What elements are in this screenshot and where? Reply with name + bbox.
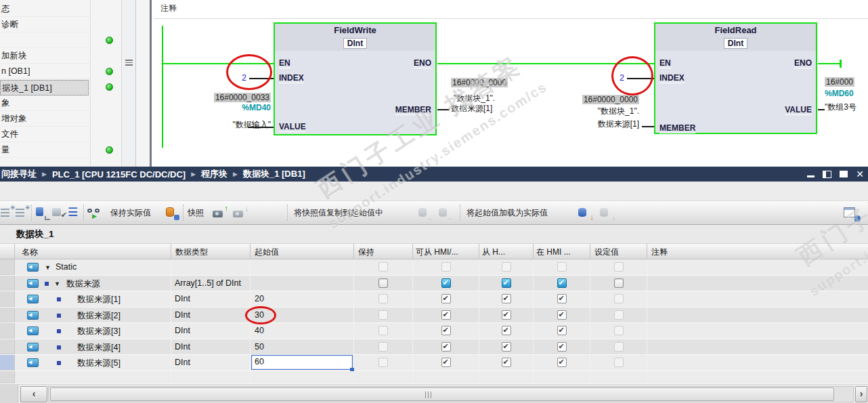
datatype-cell[interactable]: DInt bbox=[171, 339, 251, 355]
retain-checkbox[interactable] bbox=[378, 262, 388, 272]
retain-checkbox[interactable] bbox=[378, 326, 388, 335]
fieldwrite-member-element[interactable]: 数据来源[1] bbox=[451, 104, 492, 113]
expand-elements-icon[interactable]: ☰ bbox=[68, 205, 83, 221]
close-icon[interactable]: ✕ bbox=[856, 167, 864, 181]
fieldread-member-db[interactable]: "数据块_1". bbox=[551, 106, 639, 116]
fieldwrite-value-address[interactable]: 16#0000_0033 bbox=[183, 93, 271, 102]
row-gutter[interactable] bbox=[0, 307, 15, 323]
tree-splitter[interactable] bbox=[121, 0, 136, 167]
header-hmi-accessible[interactable]: 可从 HMI/... bbox=[413, 244, 479, 259]
monitor-all-icon[interactable]: ▶ bbox=[87, 205, 103, 221]
snapshot-label[interactable]: 快照 bbox=[188, 207, 204, 219]
copy-snapshot-icon[interactable]: ← bbox=[418, 205, 433, 221]
pin-index[interactable]: INDEX bbox=[279, 74, 304, 83]
comment-cell[interactable] bbox=[647, 291, 868, 307]
hmi-accessible-checkbox[interactable] bbox=[441, 358, 451, 367]
pin-en[interactable]: EN bbox=[659, 59, 671, 68]
row-gutter[interactable] bbox=[0, 259, 15, 275]
copy-snapshot-alt-icon[interactable]: ← bbox=[438, 205, 454, 221]
snapshot-upload-icon[interactable]: ↑ bbox=[213, 205, 228, 221]
hmi-writable-checkbox[interactable] bbox=[502, 294, 511, 303]
tree-item-add-block[interactable]: 加新块 bbox=[0, 48, 90, 64]
fieldwrite-value-symbol[interactable]: %MD40 bbox=[183, 103, 271, 112]
pin-eno[interactable]: ENO bbox=[414, 59, 431, 68]
keep-actual-values-label[interactable]: 保持实际值 bbox=[110, 207, 151, 219]
name-cell[interactable]: ▼ 数据来源 bbox=[15, 276, 171, 291]
start-value-editor[interactable]: 60 bbox=[251, 355, 353, 370]
maximize-icon[interactable] bbox=[840, 171, 848, 177]
datatype-cell[interactable]: DInt bbox=[171, 323, 251, 339]
table-row-selected[interactable]: 数据来源[5] DInt 60 bbox=[0, 355, 868, 371]
fieldread-value-symbol[interactable]: %MD60 bbox=[825, 89, 854, 98]
setpoint-checkbox[interactable] bbox=[614, 326, 624, 335]
retain-checkbox[interactable] bbox=[378, 358, 388, 367]
breadcrumb-datablock[interactable]: 数据块_1 [DB1] bbox=[243, 168, 305, 180]
tree-item-diagnostics[interactable]: 诊断 bbox=[0, 17, 90, 33]
hmi-writable-checkbox[interactable] bbox=[502, 278, 511, 288]
tree-item-add-object[interactable]: 增对象 bbox=[0, 111, 90, 127]
name-cell[interactable]: 数据来源[1] bbox=[15, 291, 171, 307]
row-gutter[interactable] bbox=[0, 323, 15, 339]
scrollbar-track[interactable] bbox=[48, 386, 854, 402]
keep-actual-values-icon[interactable] bbox=[35, 205, 51, 221]
comment-cell[interactable] bbox=[647, 323, 868, 339]
tree-item-db1[interactable]: 据块_1 [DB1] bbox=[0, 80, 89, 96]
snapshot-download-icon[interactable]: ↓ bbox=[233, 205, 248, 221]
name-cell[interactable]: ▼ Static bbox=[15, 259, 171, 275]
datatype-cell[interactable]: DInt bbox=[171, 291, 251, 307]
setpoint-checkbox[interactable] bbox=[614, 310, 624, 320]
comment-cell[interactable] bbox=[647, 276, 868, 291]
name-cell[interactable]: 数据来源[5] bbox=[15, 355, 171, 370]
header-retain[interactable]: 保持 bbox=[354, 244, 413, 259]
header-setpoint[interactable]: 设定值 bbox=[590, 244, 647, 259]
header-datatype[interactable]: 数据类型 bbox=[171, 244, 251, 259]
header-hmi-writable[interactable]: 从 H... bbox=[479, 244, 534, 259]
setpoint-checkbox[interactable] bbox=[614, 278, 624, 288]
setpoint-checkbox[interactable] bbox=[614, 358, 624, 367]
startvalue-cell[interactable]: 20 bbox=[251, 291, 354, 307]
hmi-accessible-checkbox[interactable] bbox=[441, 262, 451, 272]
fieldread-member-address[interactable]: 16#0000_0000 bbox=[551, 95, 639, 104]
load-start-values-label[interactable]: 将起始值加载为实际值 bbox=[466, 207, 548, 219]
pin-member[interactable]: MEMBER bbox=[659, 124, 695, 133]
hmi-visible-checkbox[interactable] bbox=[557, 310, 567, 320]
restore-icon[interactable] bbox=[823, 171, 831, 178]
block-type-badge[interactable]: DInt bbox=[724, 38, 747, 49]
hmi-accessible-checkbox[interactable] bbox=[441, 326, 451, 335]
hmi-visible-checkbox[interactable] bbox=[557, 342, 567, 352]
datatype-cell[interactable]: Array[1..5] of DInt bbox=[171, 276, 251, 291]
row-gutter[interactable] bbox=[0, 355, 15, 370]
name-cell[interactable]: 数据来源[3] bbox=[15, 323, 171, 339]
comment-cell[interactable] bbox=[647, 355, 868, 370]
row-gutter[interactable] bbox=[0, 291, 15, 307]
retain-icon[interactable] bbox=[165, 205, 180, 221]
scroll-left-button[interactable]: ‹ bbox=[20, 386, 47, 402]
copy-snapshot-label[interactable]: 将快照值复制到起始值中 bbox=[294, 207, 383, 219]
fieldread-value-address[interactable]: 16#000 bbox=[825, 77, 854, 87]
hmi-visible-checkbox[interactable] bbox=[557, 326, 567, 335]
tree-item-tech-objects[interactable]: 象 bbox=[0, 96, 90, 111]
name-cell[interactable]: 数据来源[2] bbox=[15, 307, 171, 323]
table-row[interactable]: 数据来源[3] DInt 40 bbox=[0, 323, 868, 339]
hmi-accessible-checkbox[interactable] bbox=[441, 278, 451, 288]
comment-cell[interactable] bbox=[647, 259, 868, 275]
load-start-values-icon[interactable]: ↓ bbox=[578, 205, 593, 221]
breadcrumb-project[interactable]: 间接寻址 bbox=[1, 168, 37, 180]
table-row[interactable]: 数据来源[2] DInt 30 bbox=[0, 307, 868, 324]
retain-checkbox[interactable] bbox=[378, 310, 388, 320]
hmi-writable-checkbox[interactable] bbox=[502, 262, 511, 272]
row-gutter[interactable] bbox=[0, 339, 15, 355]
retain-checkbox[interactable] bbox=[378, 342, 388, 352]
header-comment[interactable]: 注释 bbox=[647, 244, 868, 259]
tree-item-main-ob1[interactable]: n [OB1] bbox=[0, 64, 90, 79]
setpoint-checkbox[interactable] bbox=[614, 342, 624, 352]
expand-triangle-icon[interactable]: ▼ bbox=[54, 280, 60, 287]
hmi-writable-checkbox[interactable] bbox=[502, 310, 511, 320]
table-row[interactable]: 数据来源[1] DInt 20 bbox=[0, 291, 868, 307]
comment-cell[interactable] bbox=[647, 307, 868, 323]
setpoint-checkbox[interactable] bbox=[614, 294, 624, 303]
pin-en[interactable]: EN bbox=[279, 59, 290, 68]
table-row[interactable]: 数据来源[4] DInt 50 bbox=[0, 339, 868, 356]
fieldread-block[interactable]: FieldRead DInt EN INDEX MEMBER ENO VALUE bbox=[654, 22, 817, 134]
header-name[interactable]: 名称 bbox=[15, 244, 171, 259]
